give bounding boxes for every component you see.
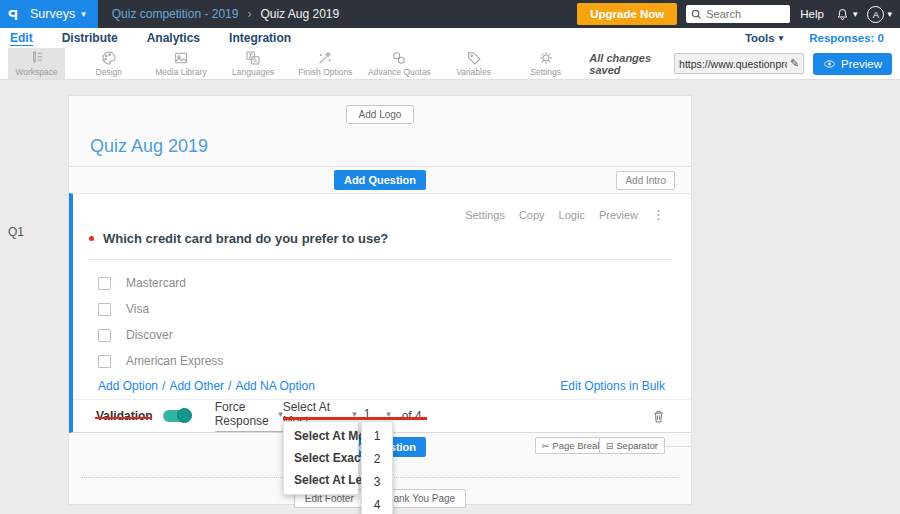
survey-header: Add Logo Quiz Aug 2019	[69, 96, 691, 167]
caret-down-icon: ▾	[887, 10, 892, 19]
logo-block: P Surveys ▾	[0, 0, 98, 28]
toolbar-item-settings[interactable]: Settings	[517, 48, 574, 79]
add-other-link[interactable]: Add Other	[169, 379, 224, 393]
menu-item-select-exactly[interactable]: Select Exactly	[284, 447, 358, 469]
validation-toggle[interactable]	[163, 410, 190, 422]
toolbar-item-design[interactable]: Design	[80, 48, 137, 79]
search-input[interactable]	[706, 8, 785, 20]
delete-question-button[interactable]	[652, 409, 665, 424]
menu-item-count-2[interactable]: 2	[362, 447, 392, 470]
responses-count[interactable]: Responses: 0	[809, 32, 884, 44]
tools-menu-label: Tools	[745, 32, 775, 44]
gear-icon	[538, 50, 554, 66]
option-label[interactable]: Visa	[126, 302, 149, 316]
avatar: A	[867, 6, 884, 23]
add-na-option-link[interactable]: Add NA Option	[235, 379, 314, 393]
add-question-button[interactable]: Add Question	[334, 170, 426, 190]
nav-distribute[interactable]: Distribute	[62, 31, 118, 45]
option-label[interactable]: Discover	[126, 328, 173, 342]
save-status: All changes saved	[589, 52, 665, 76]
toolbar-item-label: Finish Options	[298, 67, 352, 77]
magic-wand-icon	[317, 50, 333, 66]
required-dot-icon	[89, 236, 94, 241]
caret-down-icon: ▾	[779, 34, 784, 43]
surveys-menu-label: Surveys	[30, 7, 75, 21]
preview-button[interactable]: Preview	[813, 53, 892, 75]
question-options: Mastercard Visa Discover American Expres…	[73, 260, 691, 374]
separator-icon: ⊟	[606, 441, 614, 451]
survey-url-input[interactable]	[679, 58, 787, 70]
surveys-menu[interactable]: Surveys ▾	[30, 7, 86, 21]
add-option-link[interactable]: Add Option	[98, 379, 158, 393]
account-menu[interactable]: A ▾	[867, 6, 892, 23]
editor-toolbar: Workspace Design Media Library A Languag…	[0, 48, 900, 80]
toolbar-item-label: Workspace	[15, 67, 57, 77]
menu-item-count-1[interactable]: 1	[362, 424, 392, 447]
survey-url-box[interactable]: ✎	[674, 53, 804, 74]
eye-icon	[823, 59, 836, 69]
notifications-menu[interactable]: ▾	[835, 7, 858, 22]
force-response-dropdown[interactable]: Force Response ▾	[215, 400, 283, 432]
tools-menu[interactable]: Tools ▾	[745, 32, 783, 44]
edit-options-in-bulk-link[interactable]: Edit Options in Bulk	[560, 379, 665, 393]
toolbar-item-finish-options[interactable]: Finish Options	[297, 48, 354, 79]
toolbar-item-label: Media Library	[155, 67, 207, 77]
nav-integration[interactable]: Integration	[229, 31, 291, 45]
option-checkbox[interactable]	[98, 355, 111, 368]
toolbar-item-advance-quotas[interactable]: Advance Quotas	[369, 48, 430, 79]
toolbar-right: All changes saved ✎ Preview	[589, 48, 900, 79]
option-row[interactable]: Discover	[98, 322, 691, 348]
trash-icon	[652, 409, 665, 424]
option-label[interactable]: Mastercard	[126, 276, 186, 290]
menu-item-count-4[interactable]: 4	[362, 493, 392, 514]
search-box[interactable]	[686, 5, 790, 23]
option-checkbox[interactable]	[98, 329, 111, 342]
top-bar: P Surveys ▾ Quiz competition - 2019 › Qu…	[0, 0, 900, 28]
menu-item-select-at-most[interactable]: Select At Most	[284, 425, 358, 447]
breadcrumb: Quiz competition - 2019 › Quiz Aug 2019	[112, 7, 339, 21]
option-checkbox[interactable]	[98, 277, 111, 290]
nav-edit[interactable]: Edit	[10, 31, 33, 46]
survey-title[interactable]: Quiz Aug 2019	[90, 136, 691, 157]
toolbar-item-workspace[interactable]: Workspace	[8, 48, 65, 79]
help-link[interactable]: Help	[800, 8, 824, 20]
svg-text:A: A	[254, 58, 258, 64]
bell-icon	[835, 7, 850, 22]
chevron-right-icon: ›	[247, 7, 251, 21]
option-row[interactable]: Visa	[98, 296, 691, 322]
slash-separator: /	[162, 379, 165, 393]
question-logic-link[interactable]: Logic	[559, 209, 585, 221]
question-copy-link[interactable]: Copy	[519, 209, 545, 221]
separator-button[interactable]: ⊟ Separator	[599, 437, 665, 454]
toolbar-item-label: Variables	[456, 67, 491, 77]
add-intro-button[interactable]: Add Intro	[616, 171, 675, 190]
toolbar-item-languages[interactable]: A Languages	[225, 48, 282, 79]
breadcrumb-parent-link[interactable]: Quiz competition - 2019	[112, 7, 239, 21]
toolbar-item-variables[interactable]: Variables	[445, 48, 502, 79]
more-options-icon[interactable]: ⋮	[652, 207, 665, 222]
annotation-underline-selection	[283, 417, 427, 420]
page-break-label: Page Break	[552, 440, 602, 451]
toolbar-item-media-library[interactable]: Media Library	[152, 48, 209, 79]
edit-url-pencil-icon[interactable]: ✎	[790, 57, 799, 70]
page-break-button[interactable]: ✂ Page Break	[535, 437, 609, 454]
questionpro-logo-icon: P	[8, 6, 18, 23]
question-settings-link[interactable]: Settings	[465, 209, 505, 221]
option-label[interactable]: American Express	[126, 354, 223, 368]
upgrade-now-button[interactable]: Upgrade Now	[577, 3, 677, 25]
menu-item-count-3[interactable]: 3	[362, 470, 392, 493]
breadcrumb-current: Quiz Aug 2019	[260, 7, 339, 21]
separator-label: Separator	[616, 440, 658, 451]
option-checkbox[interactable]	[98, 303, 111, 316]
question-preview-link[interactable]: Preview	[599, 209, 638, 221]
question-text[interactable]: Which credit card brand do you prefer to…	[103, 231, 388, 246]
workspace-icon	[29, 50, 45, 66]
validation-label: Validation	[96, 409, 153, 423]
menu-item-select-at-least[interactable]: Select At Least	[284, 469, 358, 491]
add-logo-button[interactable]: Add Logo	[346, 105, 415, 124]
quota-links-icon	[391, 50, 407, 66]
option-row[interactable]: Mastercard	[98, 270, 691, 296]
option-row[interactable]: American Express	[98, 348, 691, 374]
toolbar-item-label: Settings	[530, 67, 561, 77]
nav-analytics[interactable]: Analytics	[147, 31, 200, 45]
